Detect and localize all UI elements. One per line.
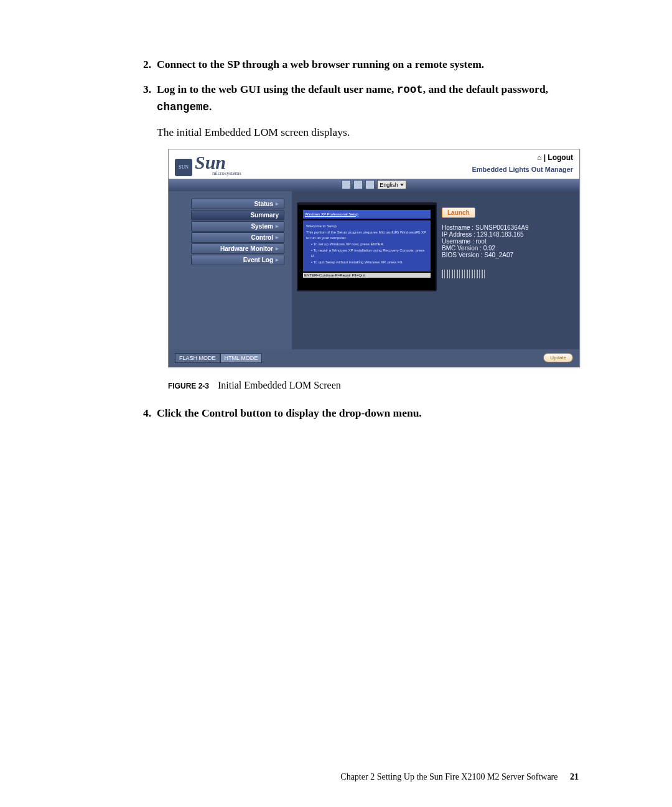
footer-page-number: 21 [570,772,579,781]
html-mode-button[interactable]: HTML MODE [220,353,263,363]
step-4: 4. Click the Control button to display t… [143,405,579,421]
chevron-icon: ▸ [276,223,279,229]
info-hostname: Hostname : SUNSP0016364A9 [442,224,529,231]
console-li1: To set up Windows XP now, press ENTER. [314,242,385,246]
console-welcome: Welcome to Setup. [306,224,427,229]
language-select[interactable]: English [377,180,406,189]
chevron-icon: ▸ [276,257,279,263]
sun-logo-icon: SUN [175,159,192,176]
step-4-bold: Click the Control button to display the … [157,407,422,419]
step-3: 3. Log in to the web GUI using the defau… [143,81,579,115]
toolbar-icon-2[interactable] [353,180,363,189]
lom-sidebar: Status▸ Summary System▸ Control▸ Hardwar… [191,199,284,342]
figure-label: FIGURE 2-3 [168,382,209,390]
chevron-icon: ▸ [276,201,279,207]
step-2-bold: Connect to the SP through a web browser … [157,58,484,70]
console-body: Welcome to Setup. This portion of the Se… [303,220,431,271]
info-username: Username : root [442,238,529,245]
console-desc: This portion of the Setup program prepar… [306,230,427,240]
system-info-panel: Launch Hostname : SUNSP0016364A9 IP Addr… [442,207,529,280]
console-li3: To quit Setup without installing Windows… [314,260,403,264]
sun-logo-text: Sun [195,153,241,172]
step-2-text: Connect to the SP through a web browser … [157,56,579,72]
info-ip: IP Address : 129.148.183.165 [442,231,529,238]
lom-footer: FLASH MODE HTML MODE Update [169,349,579,367]
sidebar-control[interactable]: Control▸ [191,232,284,243]
toolbar-icon-3[interactable] [365,180,375,189]
step-3-text: Log in to the web GUI using the default … [157,81,579,115]
elom-subtitle: Embedded Lights Out Manager [472,166,573,173]
info-bmc-version: BMC Version : 0.92 [442,245,529,252]
sidebar-status-label: Status [254,201,273,207]
sidebar-system-label: System [251,223,273,230]
figure-caption-text: Initial Embedded LOM Screen [218,380,341,390]
page: 2. Connect to the SP through a web brows… [0,0,672,807]
sidebar-status[interactable]: Status▸ [191,199,284,209]
console-menu: ENTER=Continue R=Repair F3=Quit [303,273,431,278]
flash-mode-button[interactable]: FLASH MODE [175,353,220,363]
lom-body: Status▸ Summary System▸ Control▸ Hardwar… [169,191,579,349]
step-4-number: 4. [143,405,157,421]
launch-button[interactable]: Launch [442,207,475,218]
remote-console-preview: Windows XP Professional Setup Welcome to… [297,202,437,291]
sidebar-hwmon-label: Hardware Monitor [220,245,273,252]
toolbar-icon-1[interactable] [342,180,351,189]
info-bios-version: BIOS Version : S40_2A07 [442,252,529,258]
sidebar-control-label: Control [251,234,273,241]
barcode-icon [442,270,487,278]
lom-toolbar: English [169,179,579,191]
sun-logo-subtext: microsystems [212,171,241,176]
console-li2: To repair a Windows XP installation usin… [311,248,424,257]
sidebar-system[interactable]: System▸ [191,221,284,232]
step-3-post: . [209,100,212,113]
figure-caption: FIGURE 2-3 Initial Embedded LOM Screen [168,380,579,391]
sidebar-hardware-monitor[interactable]: Hardware Monitor▸ [191,243,284,254]
step-3-mid: , and the default password, [423,83,548,95]
footer-chapter: Chapter 2 Setting Up the Sun Fire X2100 … [340,772,558,781]
update-button[interactable]: Update [543,353,573,362]
sidebar-summary-label: Summary [250,212,279,219]
step-3-pass: changeme [157,101,209,113]
page-footer: Chapter 2 Setting Up the Sun Fire X2100 … [0,772,672,782]
step-3-number: 3. [143,81,157,115]
sidebar-summary[interactable]: Summary [191,210,284,220]
sidebar-event-log[interactable]: Event Log▸ [191,255,284,265]
step-4-text: Click the Control button to display the … [157,405,579,421]
step-3-pre: Log in to the web GUI using the default … [157,83,397,95]
lom-main: Windows XP Professional Setup Welcome to… [297,199,573,342]
lom-screenshot: SUN Sun microsystems ⌂ | Logout Embedded… [168,149,580,367]
sidebar-eventlog-label: Event Log [243,257,273,263]
lom-header: SUN Sun microsystems ⌂ | Logout Embedded… [169,149,579,176]
sun-logo: SUN Sun microsystems [175,153,241,176]
step-3-sub: The initial Embedded LOM screen displays… [157,124,579,140]
console-title: Windows XP Professional Setup [303,210,431,219]
logout-link[interactable]: ⌂ | Logout [472,153,573,162]
chevron-icon: ▸ [276,234,279,240]
step-2: 2. Connect to the SP through a web brows… [143,56,579,72]
chevron-icon: ▸ [276,245,279,252]
step-2-number: 2. [143,56,157,72]
mode-switch: FLASH MODE HTML MODE [175,353,262,363]
step-3-user: root [397,83,423,96]
